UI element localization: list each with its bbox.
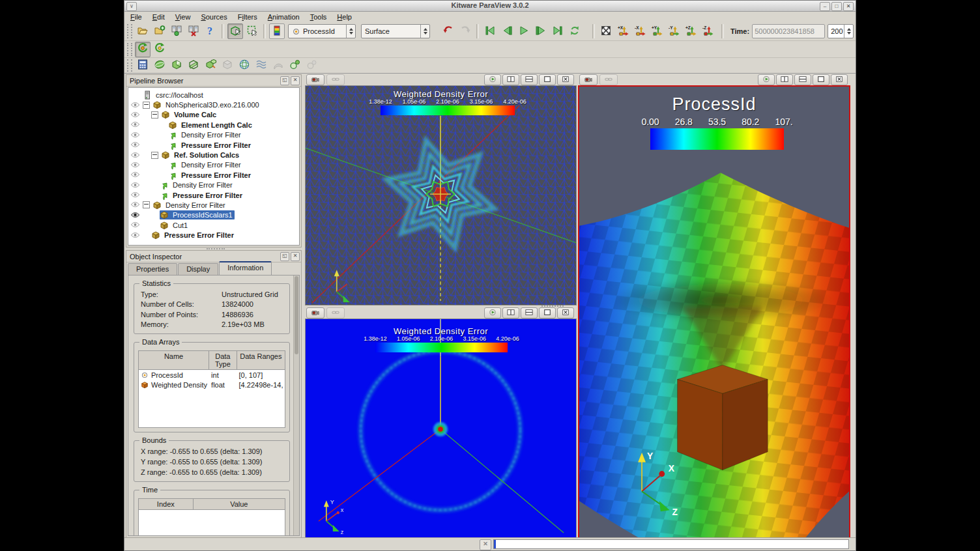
representation-combo[interactable]: Surface xyxy=(361,24,430,38)
color-by-combo[interactable]: ProcessId xyxy=(288,24,356,38)
minimize-button[interactable]: – xyxy=(820,2,830,11)
set-view-plus-z-button[interactable]: +Z xyxy=(683,23,699,39)
menu-edit[interactable]: Edit xyxy=(148,12,169,21)
tree-expander-icon[interactable] xyxy=(151,152,158,159)
set-view-plus-x-button[interactable]: +X xyxy=(615,23,631,39)
edit-color-map-button[interactable] xyxy=(269,23,285,39)
visibility-eye-icon[interactable] xyxy=(130,201,140,208)
warp-vector-button[interactable] xyxy=(270,58,286,74)
inspector-scrollbar[interactable] xyxy=(293,276,299,535)
pipeline-item-density-error-filter[interactable]: Density Error Filter xyxy=(128,160,299,170)
link-camera-button[interactable] xyxy=(599,74,618,85)
split-vertical-button[interactable] xyxy=(794,74,811,85)
link-camera-button[interactable] xyxy=(326,74,345,85)
pipeline-item-density-error-filter[interactable]: Density Error Filter xyxy=(128,180,299,190)
visibility-eye-icon[interactable] xyxy=(130,182,140,189)
column-header-name[interactable]: Name xyxy=(139,351,209,369)
menu-sources[interactable]: Sources xyxy=(196,12,231,21)
maximize-view-button[interactable] xyxy=(813,74,829,85)
column-header-value[interactable]: Value xyxy=(194,499,285,509)
visibility-eye-icon[interactable] xyxy=(130,162,140,169)
visibility-eye-icon[interactable] xyxy=(130,232,140,239)
visibility-eye-icon[interactable] xyxy=(130,212,140,219)
lookmark-button[interactable] xyxy=(306,307,324,318)
first-frame-button[interactable] xyxy=(482,23,498,39)
redo-button[interactable] xyxy=(457,23,473,39)
calculator-filter-button[interactable] xyxy=(135,58,151,74)
help-button[interactable]: ? xyxy=(203,23,218,39)
column-header-data-ranges[interactable]: Data Ranges xyxy=(237,351,285,369)
menu-file[interactable]: File xyxy=(126,12,147,21)
tree-expander-icon[interactable] xyxy=(143,102,150,109)
pipeline-item-pressure-error-filter[interactable]: Pressure Error Filter xyxy=(128,170,299,180)
loop-button[interactable] xyxy=(567,23,583,39)
clip-filter-button[interactable] xyxy=(169,58,184,74)
visibility-eye-icon[interactable] xyxy=(130,111,140,119)
contour-filter-button[interactable] xyxy=(237,58,252,74)
maximize-view-button[interactable] xyxy=(539,307,556,318)
pipeline-item-pressure-error-filter[interactable]: Pressure Error Filter xyxy=(128,190,299,200)
menu-animation[interactable]: Animation xyxy=(263,12,304,21)
undo-button[interactable] xyxy=(440,23,456,39)
split-vertical-button[interactable] xyxy=(521,307,538,318)
visibility-eye-icon[interactable] xyxy=(130,102,140,109)
load-state-button[interactable] xyxy=(152,23,167,39)
lookmark-button[interactable] xyxy=(306,74,324,85)
pipeline-item-processidscalars1[interactable]: ProcessIdScalars1 xyxy=(128,210,299,220)
reset-camera-button[interactable] xyxy=(598,23,614,39)
column-header-data-type[interactable]: Data Type xyxy=(209,351,237,369)
pipeline-item-nohspherical3d-exo-216-000[interactable]: NohSpherical3D.exo.216.000 xyxy=(128,100,299,109)
tab-information[interactable]: Information xyxy=(219,261,272,275)
lookmark-button[interactable] xyxy=(579,74,598,85)
set-view-plus-y-button[interactable]: +Y xyxy=(649,23,665,39)
split-horizontal-button[interactable] xyxy=(502,307,519,318)
toolbar-handle[interactable] xyxy=(127,43,132,56)
visibility-eye-icon[interactable] xyxy=(130,91,140,98)
threshold-filter-button[interactable] xyxy=(203,58,218,74)
pipeline-item-cut1[interactable]: Cut1 xyxy=(128,220,299,230)
data-array-row[interactable]: ProcessIdint[0, 107] xyxy=(139,370,285,380)
close-view-button[interactable] xyxy=(557,74,574,85)
render-view-top[interactable]: Weighted Density Error 1.38e-121.05e-062… xyxy=(305,74,577,305)
play-button[interactable] xyxy=(516,23,532,39)
pipeline-item-volume-calc[interactable]: Volume Calc xyxy=(128,110,299,120)
tree-expander-icon[interactable] xyxy=(143,201,150,208)
panel-float-button[interactable]: ◱ xyxy=(280,76,289,85)
visibility-eye-icon[interactable] xyxy=(130,141,140,148)
previous-frame-button[interactable] xyxy=(499,23,515,39)
pipeline-item-pressure-error-filter[interactable]: Pressure Error Filter xyxy=(128,230,299,240)
split-horizontal-button[interactable] xyxy=(502,74,519,85)
open-file-button[interactable] xyxy=(135,23,151,39)
close-view-button[interactable] xyxy=(557,307,574,318)
time-input[interactable] xyxy=(752,24,825,38)
pipeline-item-pressure-error-filter[interactable]: Pressure Error Filter xyxy=(128,140,299,150)
set-view-minus-z-button[interactable]: -Z xyxy=(700,23,715,39)
visibility-eye-icon[interactable] xyxy=(130,191,140,199)
view-splitter[interactable] xyxy=(541,305,564,308)
render-area-ring[interactable]: Yxz Weighted Density Error 1.38e-121.05e… xyxy=(305,318,577,539)
render-view-bottom[interactable]: Yxz Weighted Density Error 1.38e-121.05e… xyxy=(305,307,577,539)
set-view-minus-x-button[interactable]: -X xyxy=(632,23,648,39)
glyph-filter-button[interactable] xyxy=(287,58,303,74)
view-options-button[interactable] xyxy=(484,307,501,318)
pipeline-item-element-length-calc[interactable]: Element Length Calc xyxy=(128,120,299,130)
toolbar-handle[interactable] xyxy=(127,24,132,38)
tree-expander-icon[interactable] xyxy=(151,111,158,119)
menu-help[interactable]: Help xyxy=(332,12,356,21)
view-options-button[interactable] xyxy=(758,74,775,85)
visibility-eye-icon[interactable] xyxy=(130,132,140,139)
set-view-minus-y-button[interactable]: -Y xyxy=(666,23,682,39)
last-frame-button[interactable] xyxy=(550,23,566,39)
maximize-view-button[interactable] xyxy=(539,74,556,85)
sphere-source-button[interactable] xyxy=(152,58,167,74)
split-vertical-button[interactable] xyxy=(521,74,538,85)
next-frame-button[interactable] xyxy=(533,23,549,39)
pipeline-item-density-error-filter[interactable]: Density Error Filter xyxy=(128,130,299,140)
frame-spinbox[interactable]: 200 xyxy=(828,24,854,38)
pipeline-item-csrc-localhost[interactable]: csrc://localhost xyxy=(128,90,299,100)
connect-server-button[interactable] xyxy=(169,23,184,39)
group-datasets-button[interactable] xyxy=(304,58,320,74)
view-options-button[interactable] xyxy=(484,74,501,85)
rescale-to-data-range-button[interactable] xyxy=(135,42,151,57)
render-area-processid-surface[interactable]: Y X Z ProcessId 0.0026.853.580.2107. xyxy=(578,85,850,539)
